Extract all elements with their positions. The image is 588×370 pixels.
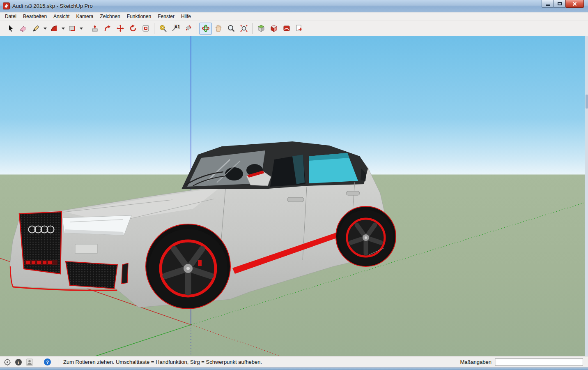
bumper-intake: [66, 261, 117, 289]
rectangle-icon: [68, 24, 76, 32]
export-icon: [295, 24, 303, 32]
tape-measure-icon: [159, 24, 167, 32]
measurements-input[interactable]: [495, 358, 583, 366]
pushpull-icon: [91, 24, 99, 32]
toolbar-separator: [252, 23, 253, 34]
cursor-arrow-icon: [7, 24, 15, 32]
door-handle: [287, 197, 304, 202]
toolbar-separator: [154, 23, 154, 34]
zoom-icon: [227, 24, 235, 32]
offset-icon: [142, 24, 150, 32]
line-tool-dropdown[interactable]: [42, 23, 48, 35]
close-icon: [572, 2, 577, 6]
rotate-tool-button[interactable]: [126, 23, 139, 35]
paint-bucket-icon: [184, 24, 193, 32]
geolocate-button[interactable]: [3, 358, 11, 366]
geolocate-icon: [4, 358, 11, 366]
sketchup-window: Audi rs3 2015.skp - SketchUp Pro Datei B…: [0, 0, 588, 370]
eraser-tool-button[interactable]: [17, 23, 30, 35]
close-button[interactable]: [565, 0, 584, 8]
rotate-icon: [129, 24, 137, 32]
arc-tool-button[interactable]: [48, 23, 60, 35]
face-style-tool-button[interactable]: [267, 23, 280, 35]
toolbar-separator: [197, 23, 197, 34]
measurements-label: Maßangaben: [460, 359, 492, 365]
rectangle-tool-dropdown[interactable]: [78, 23, 84, 35]
arc-tool-dropdown[interactable]: [60, 23, 66, 35]
select-tool-button[interactable]: [4, 23, 17, 35]
line-tool-button[interactable]: [30, 23, 42, 35]
credits-button[interactable]: [25, 358, 33, 366]
pan-tool-button[interactable]: [212, 23, 225, 35]
grille-led-glow: [26, 261, 52, 264]
pushpull-tool-button[interactable]: [88, 23, 101, 35]
export-tool-button[interactable]: [293, 23, 305, 35]
info-icon: i: [15, 359, 22, 365]
statusbar-separator: [454, 358, 454, 366]
text-tool-button[interactable]: A1: [169, 23, 182, 35]
text-icon: A1: [171, 24, 180, 32]
interior-seat: [225, 167, 243, 180]
menu-fenster[interactable]: Fenster: [154, 12, 178, 21]
paint-bucket-tool-button[interactable]: [182, 23, 195, 35]
zoom-extents-icon: [240, 24, 248, 32]
plate-holder: [75, 244, 97, 253]
help-button[interactable]: ?: [44, 358, 51, 366]
menu-ansicht[interactable]: Ansicht: [50, 12, 73, 21]
arc-icon: [50, 24, 58, 32]
menu-funktionen[interactable]: Funktionen: [124, 12, 154, 21]
face-style-cube-icon: [270, 24, 278, 32]
car-model[interactable]: [10, 141, 396, 309]
title-bar: Audi rs3 2015.skp - SketchUp Pro: [0, 0, 588, 12]
menu-kamera[interactable]: Kamera: [73, 12, 96, 21]
menu-hilfe[interactable]: Hilfe: [178, 12, 194, 21]
offset-tool-button[interactable]: [139, 23, 152, 35]
menu-bearbeiten[interactable]: Bearbeiten: [20, 12, 50, 21]
tape-measure-tool-button[interactable]: [156, 23, 169, 35]
rectangle-tool-button[interactable]: [66, 23, 78, 35]
zoom-extents-tool-button[interactable]: [237, 23, 250, 35]
move-tool-button[interactable]: [114, 23, 126, 35]
minimize-button[interactable]: [542, 0, 554, 8]
toolbar: A1: [0, 21, 588, 36]
menu-bar: Datei Bearbeiten Ansicht Kamera Zeichnen…: [0, 12, 588, 21]
pencil-icon: [32, 24, 40, 32]
toolbar-separator: [86, 23, 86, 34]
iso-cube-icon: [257, 24, 265, 32]
menu-zeichnen[interactable]: Zeichnen: [96, 12, 123, 21]
model-info-button[interactable]: i: [14, 358, 22, 366]
move-icon: [116, 24, 124, 32]
zoom-tool-button[interactable]: [225, 23, 237, 35]
styles-tool-button[interactable]: [280, 23, 293, 35]
person-icon: [26, 358, 33, 366]
door-handle: [346, 191, 360, 195]
followme-tool-button[interactable]: [101, 23, 114, 35]
followme-icon: [103, 24, 112, 32]
window-frame-bottom: [0, 368, 588, 370]
eraser-icon: [19, 24, 28, 32]
scrollbar-thumb[interactable]: [586, 95, 588, 109]
statusbar-separator: [40, 358, 40, 366]
chevron-down-icon: [80, 28, 83, 30]
views-tool-button[interactable]: [255, 23, 267, 35]
minimize-icon: [546, 5, 550, 6]
menu-datei[interactable]: Datei: [2, 12, 20, 21]
statusbar-separator: [58, 358, 58, 366]
pan-hand-icon: [214, 24, 223, 32]
orbit-icon: [202, 24, 210, 32]
chevron-down-icon: [44, 28, 47, 30]
bumper-vent: [122, 263, 128, 284]
status-bar: i ? Zum Rotieren ziehen. Umschalttaste =…: [0, 356, 588, 368]
sketchup-logo-icon: [3, 2, 10, 9]
maximize-icon: [558, 2, 562, 5]
maximize-button[interactable]: [554, 0, 566, 8]
3d-viewport[interactable]: [0, 36, 585, 356]
right-scrollbar[interactable]: [585, 36, 588, 368]
svg-text:A1: A1: [175, 25, 180, 29]
rear-wheel: [338, 210, 393, 265]
status-hint-text: Zum Rotieren ziehen. Umschalttaste = Han…: [63, 359, 262, 365]
styles-cube-icon: [283, 24, 291, 32]
orbit-tool-button[interactable]: [199, 23, 212, 35]
window-title: Audi rs3 2015.skp - SketchUp Pro: [12, 3, 93, 9]
front-wheel: [149, 229, 227, 308]
